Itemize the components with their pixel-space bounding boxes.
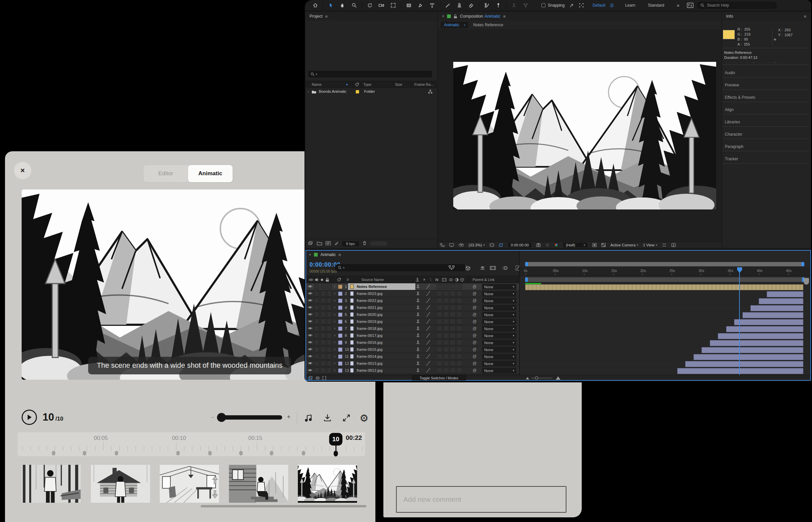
tool-eraser-icon[interactable] [467,2,475,9]
layer-row-7[interactable]: ›7frame-0018.jpg╱@None▾ [306,325,519,332]
region-grid-icon[interactable] [489,243,494,247]
layer-color-swatch[interactable] [338,368,343,373]
tool-rotate-icon[interactable] [365,2,374,9]
layer-anchor-icon[interactable] [416,354,420,359]
layer-expander[interactable]: › [334,312,335,316]
layer-name[interactable]: frame-0022.jpg [357,299,382,303]
solo-icon[interactable] [321,279,323,281]
layer-name[interactable]: frame-0015.jpg [357,347,382,352]
flowchart-icon[interactable] [428,89,432,94]
scrub-frame-dot[interactable] [239,451,243,456]
layer-switch-cell[interactable] [437,319,442,324]
layer-switch-cell[interactable] [321,340,326,345]
layer-switch-cell[interactable] [443,305,449,310]
view-layout-dropdown[interactable]: 1 View▾ [643,243,657,247]
panel-close-icon[interactable]: × [309,252,311,257]
layer-switch-cell[interactable] [450,284,456,289]
layer-color-swatch[interactable] [338,347,343,352]
layer-quality-icon[interactable]: ╱ [427,298,429,303]
dock-item-preview[interactable]: Preview [725,83,739,87]
timeline-tab[interactable]: × Animatic ≡ [306,251,519,259]
layer-video-eye-icon[interactable] [308,305,312,310]
parent-link-dropdown[interactable]: None▾ [482,305,517,310]
dock-item-tracker[interactable]: Tracker [725,157,738,161]
dock-item-character[interactable]: Character [725,132,742,137]
layer-switch-cell[interactable] [327,347,332,352]
layer-switch-cell[interactable] [457,354,462,359]
layer-duration-bar-12[interactable] [685,361,803,367]
layer-anchor-icon[interactable] [416,284,420,289]
interpret-footage-icon[interactable] [308,241,313,247]
panel-resize-pill[interactable] [370,241,387,246]
parent-link-dropdown[interactable]: None▾ [482,340,517,345]
layer-switch-cell[interactable] [321,305,326,310]
parent-pickwhip-icon[interactable]: @ [472,298,477,303]
layer-switch-cell[interactable] [321,354,326,359]
layer-quality-icon[interactable]: ╱ [427,333,429,338]
snapping-checkbox[interactable] [541,3,545,7]
layer-switch-cell[interactable] [327,368,332,373]
parent-pickwhip-icon[interactable]: @ [472,291,477,296]
layer-switch-cell[interactable] [450,319,456,324]
music-button[interactable] [303,412,314,424]
parent-link-dropdown[interactable]: None▾ [482,347,517,353]
monitor-icon[interactable] [449,243,454,247]
layer-name[interactable]: frame-0023.jpg [357,292,382,296]
timeline-playhead-dot[interactable] [334,451,338,457]
layer-color-swatch[interactable] [338,313,343,317]
layer-switch-cell[interactable] [457,298,462,303]
layer-video-eye-icon[interactable] [308,299,312,303]
in-out-brackets-icon[interactable] [322,376,327,380]
layer-anchor-icon[interactable] [416,326,420,332]
trash-icon[interactable] [362,241,367,247]
layer-duration-bar-7[interactable] [726,326,804,332]
parent-link-dropdown[interactable]: None▾ [482,354,517,359]
layer-switch-cell[interactable] [443,347,449,352]
layer-anchor-icon[interactable] [416,298,420,304]
tool-home-icon[interactable] [311,2,320,9]
layer-switch-cell[interactable] [314,319,319,324]
layer-expander[interactable]: › [334,340,335,344]
thumbnail-porch-sitting[interactable] [229,465,288,503]
scrub-frame-dot[interactable] [302,451,306,456]
comp-flowchart-icon[interactable] [440,243,445,247]
thumbnail-scrollbar[interactable] [201,505,366,507]
layer-switch-cell[interactable] [327,284,332,289]
parent-pickwhip-icon[interactable]: @ [472,319,477,324]
layer-name[interactable]: frame-0014.jpg [357,355,382,358]
layer-duration-bar-10[interactable] [701,347,803,353]
layer-expander[interactable]: › [334,354,335,358]
resolution-dropdown[interactable]: (Half)▾ [563,243,588,247]
layer-switch-cell[interactable] [314,312,319,317]
layer-switch-cell[interactable] [450,347,456,352]
layer-switch-cell[interactable] [443,340,449,345]
layer-color-swatch[interactable] [338,361,343,366]
layer-expander[interactable]: › [334,291,335,295]
blend-mode-icon[interactable] [315,376,320,380]
layer-switch-cell[interactable] [327,326,332,331]
layer-switch-cell[interactable] [327,333,332,338]
layer-color-swatch[interactable] [338,299,343,303]
video-eye-icon[interactable] [309,278,313,282]
layer-row-4[interactable]: ›4frame-0021.jpg╱@None▾ [306,304,519,311]
workspace-default[interactable]: Default [593,3,605,8]
layer-name[interactable]: frame-0013.jpg [357,361,382,365]
roi-icon[interactable] [499,243,503,247]
fast-previews-icon[interactable] [592,243,597,247]
tool-zoom-icon[interactable] [350,2,359,9]
layer-duration-bar-6[interactable] [734,319,803,325]
layer-duration-bar-5[interactable] [742,312,804,318]
layer-row-10[interactable]: ›10frame-0015.jpg╱@None▾ [306,346,519,353]
layer-quality-icon[interactable]: ╱ [427,319,429,324]
layer-switch-cell[interactable] [327,312,332,317]
layer-row-1[interactable]: ›1Notes Reference╱@None▾ [306,283,519,290]
channels-icon[interactable] [554,243,558,247]
dock-item-align[interactable]: Align [725,107,734,112]
info-panel-header[interactable]: Info ≡ [722,12,811,21]
layer-switch-cell[interactable] [450,361,456,366]
layer-switch-cell[interactable] [450,368,456,373]
layer-anchor-icon[interactable] [416,305,420,310]
layer-switch-cell[interactable] [443,368,449,373]
layer-row-5[interactable]: ›5frame-0020.jpg╱@None▾ [306,311,519,318]
layer-switch-cell[interactable] [314,347,319,352]
